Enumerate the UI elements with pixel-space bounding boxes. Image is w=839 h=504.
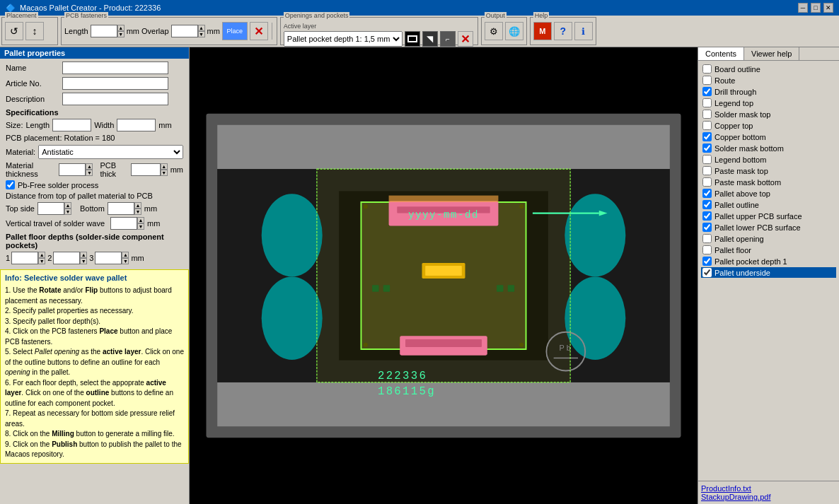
floor-1-spinbox[interactable]: 1,50 ▲ ▼ [11,252,45,264]
layer-checkbox-2[interactable] [702,87,712,96]
pcb-thick-spinbox[interactable]: 1,55 ▲ ▼ [131,163,168,176]
flip-button[interactable]: ↕ [25,22,44,40]
close-button[interactable]: ✕ [823,3,833,13]
f3-down[interactable]: ▼ [122,258,129,264]
layer-checkbox-0[interactable] [702,64,712,74]
maximize-button[interactable]: □ [811,3,821,13]
rotate-button[interactable]: ↺ [5,22,23,40]
f1-down[interactable]: ▼ [38,258,45,264]
layer-checkbox-17[interactable] [702,257,712,266]
material-select[interactable]: Antistatic [38,145,183,159]
overlap-input[interactable]: 3,0 [171,25,198,37]
publish-button[interactable]: 🌐 [505,22,523,40]
top-side-input[interactable]: 0,15 [37,202,64,215]
mat-thick-down[interactable]: ▼ [86,170,93,176]
width-spec-input[interactable]: 200,00 [117,119,156,131]
floor-3-input[interactable]: 0,00 [95,252,122,264]
footer-link-0[interactable]: ProductInfo.txt [701,484,836,493]
app-title: Macaos Pallet Creator - Product: 222336 [20,4,161,12]
svg-rect-21 [508,285,514,291]
titlebar: 🔷 Macaos Pallet Creator - Product: 22233… [0,0,839,16]
layer-checkbox-8[interactable] [702,155,712,164]
layer-checkbox-6[interactable] [702,132,712,141]
help-button[interactable]: ? [554,22,572,40]
outline-triangle-button[interactable]: ◥ [422,31,438,47]
layer-checkbox-14[interactable] [702,223,712,232]
layer-checkbox-10[interactable] [702,177,712,187]
bottom-input[interactable]: 1,70 [108,202,134,215]
bottom-up[interactable]: ▲ [134,202,141,209]
length-spec-label: Length [25,121,50,129]
f1-up[interactable]: ▲ [38,252,45,258]
f2-up[interactable]: ▲ [80,252,87,258]
active-layer-select[interactable]: Pallet pocket depth 1: 1,5 mm [284,31,403,47]
layer-checkbox-1[interactable] [702,76,712,85]
footer-link-1[interactable]: StackupDrawing.pdf [701,493,836,501]
bottom-spinbox[interactable]: 1,70 ▲ ▼ [108,202,141,215]
mat-thick-up[interactable]: ▲ [86,163,93,170]
vertical-down[interactable]: ▼ [137,223,144,230]
layer-item: Pallet upper PCB surface [701,211,836,221]
layer-checkbox-13[interactable] [702,211,712,221]
pcb-thick-down[interactable]: ▼ [161,170,168,176]
floor-1-input[interactable]: 1,50 [11,252,38,264]
length-spinbox[interactable]: 12,0 ▲ ▼ [91,25,125,37]
article-input[interactable] [62,77,168,90]
floor-2-input[interactable]: 0,00 [53,252,80,264]
layer-checkbox-15[interactable] [702,234,712,243]
description-input[interactable] [62,93,168,105]
layer-label-18: Pallet underside [714,269,770,277]
layer-checkbox-4[interactable] [702,110,712,119]
contents-tab[interactable]: Contents [698,47,744,60]
mat-thickness-input[interactable]: 5 [59,163,86,176]
mat-thickness-spinbox[interactable]: 5 ▲ ▼ [59,163,93,176]
vertical-spinbox[interactable]: 3,30 ▲ ▼ [110,217,144,230]
svg-rect-18 [425,266,462,276]
layer-label-11: Pallet above top [714,189,770,198]
outline-rect-button[interactable] [405,31,420,47]
layer-checkbox-3[interactable] [702,98,712,107]
f3-up[interactable]: ▲ [122,252,129,258]
canvas-area[interactable]: P b yyyy-mm-dd 222336 186115g [190,47,698,504]
outline-corner-button[interactable]: ⌐ [440,31,456,47]
name-input[interactable]: 186115g solder pallet [62,61,168,74]
place-fasteners-button[interactable]: Place [222,22,248,40]
overlap-down[interactable]: ▼ [198,31,205,37]
floor-2-spinbox[interactable]: 0,00 ▲ ▼ [53,252,87,264]
layer-checkbox-18[interactable] [702,268,712,277]
layer-checkbox-7[interactable] [702,143,712,153]
layer-checkbox-5[interactable] [702,121,712,130]
length-input[interactable]: 12,0 [91,25,117,37]
overlap-spinbox[interactable]: 3,0 ▲ ▼ [171,25,205,37]
toolbars: Placement ↺ ↕ PCB fasteners Length 12,0 … [0,16,839,47]
pcb-thick-input[interactable]: 1,55 [131,163,161,176]
layer-checkbox-9[interactable] [702,166,712,175]
layer-checkbox-12[interactable] [702,200,712,209]
top-down[interactable]: ▼ [64,209,71,215]
about-button[interactable]: ℹ [574,22,593,40]
top-up[interactable]: ▲ [64,202,71,209]
length-spec-input[interactable]: 153,00 [52,119,91,131]
layer-checkbox-11[interactable] [702,189,712,198]
overlap-label: Overlap [141,27,169,35]
overlap-up[interactable]: ▲ [198,25,205,31]
floor-3-spinbox[interactable]: 0,00 ▲ ▼ [95,252,129,264]
vertical-input[interactable]: 3,30 [110,217,137,230]
info-button[interactable]: M [533,22,552,40]
milling-button[interactable]: ⚙ [485,22,503,40]
remove-fasteners-button[interactable]: ✕ [250,22,268,40]
length-up[interactable]: ▲ [117,25,125,31]
layer-checkbox-16[interactable] [702,245,712,254]
layer-item: Copper bottom [701,131,836,142]
top-side-spinbox[interactable]: 0,15 ▲ ▼ [37,202,71,215]
viewer-help-tab[interactable]: Viewer help [744,47,799,60]
bottom-down[interactable]: ▼ [134,209,141,215]
f2-down[interactable]: ▼ [80,258,87,264]
pcb-thick-up[interactable]: ▲ [161,163,168,170]
vertical-up[interactable]: ▲ [137,217,144,223]
length-down[interactable]: ▼ [117,31,125,37]
clear-layer-button[interactable]: ✕ [458,31,473,47]
pbfree-checkbox[interactable] [6,180,15,189]
minimize-button[interactable]: ─ [798,3,808,13]
layer-label-0: Board outline [714,65,760,74]
